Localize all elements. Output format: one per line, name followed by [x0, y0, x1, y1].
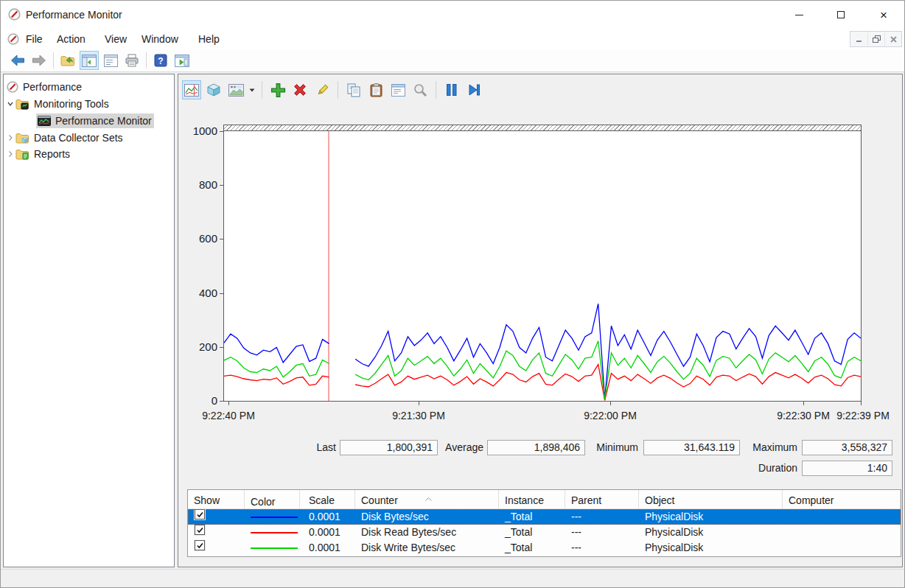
- menu-view[interactable]: View: [103, 29, 128, 49]
- forward-button[interactable]: [29, 51, 49, 70]
- menu-file[interactable]: File: [24, 29, 44, 49]
- tree-root-label: Performance: [23, 81, 82, 93]
- show-checkbox[interactable]: [195, 509, 205, 519]
- menu-window[interactable]: Window: [140, 29, 180, 49]
- sidebar-item-reports[interactable]: Reports: [5, 146, 70, 162]
- copy-properties-button[interactable]: [344, 80, 363, 99]
- new-window-button[interactable]: [172, 51, 192, 70]
- zoom-button[interactable]: [410, 80, 430, 99]
- console-tree-icon: [82, 55, 97, 67]
- sidebar-item-label: Performance Monitor: [55, 115, 152, 127]
- counter-row[interactable]: 0.0001Disk Read Bytes/sec_Total---Physic…: [188, 525, 901, 540]
- counter-color-swatch: [251, 517, 298, 518]
- column-header-instance[interactable]: Instance: [499, 490, 565, 509]
- sidebar-item-label: Reports: [34, 148, 70, 160]
- reports-folder-icon: [15, 148, 29, 160]
- view-current-activity-button[interactable]: [182, 80, 201, 99]
- help-button[interactable]: ?: [151, 51, 170, 70]
- column-header-object[interactable]: Object: [639, 490, 783, 509]
- graph-toolbar: [182, 78, 486, 102]
- mdi-close-button[interactable]: [884, 32, 901, 46]
- show-checkbox[interactable]: [195, 540, 205, 550]
- stat-maximum-value: 3,558,327: [802, 440, 892, 455]
- freeze-display-button[interactable]: [442, 80, 461, 99]
- x-tick-mark: [803, 402, 804, 405]
- chart-series-canvas: [224, 131, 861, 401]
- computer-cell: [783, 509, 901, 525]
- paste-clipboard-icon: [370, 83, 382, 97]
- counter-row[interactable]: 0.0001Disk Write Bytes/sec_Total---Physi…: [188, 540, 901, 556]
- menu-action[interactable]: Action: [55, 29, 87, 49]
- computer-cell: [783, 525, 901, 540]
- parent-cell: ---: [565, 525, 639, 540]
- chevron-expanded-icon[interactable]: [5, 100, 15, 108]
- perfmon-logo-icon: [7, 81, 18, 93]
- chevron-collapsed-icon[interactable]: [5, 150, 15, 158]
- close-icon: ×: [880, 9, 887, 21]
- column-header-computer[interactable]: Computer: [783, 490, 901, 509]
- graph-toolbar-separator: [262, 81, 262, 99]
- y-tick-mark: [220, 239, 223, 239]
- object-cell: PhysicalDisk: [639, 540, 783, 556]
- graph-type-dropdown-button[interactable]: [248, 80, 256, 99]
- export-list-button[interactable]: [58, 51, 77, 70]
- add-counters-button[interactable]: [268, 80, 287, 99]
- counter-color-swatch: [251, 532, 298, 533]
- properties-icon: [104, 55, 118, 67]
- counter-row[interactable]: 0.0001Disk Bytes/sec_Total---PhysicalDis…: [188, 509, 901, 525]
- counter-cell: Disk Bytes/sec: [355, 509, 499, 525]
- stat-maximum-label: Maximum: [730, 440, 797, 455]
- graph-type-icon: [228, 84, 244, 97]
- column-header-scale[interactable]: Scale: [300, 490, 355, 509]
- table-body: 0.0001Disk Bytes/sec_Total---PhysicalDis…: [188, 509, 901, 556]
- scale-cell: 0.0001: [300, 509, 355, 525]
- delete-counters-button[interactable]: [290, 80, 310, 99]
- sidebar-item-monitoring-tools[interactable]: Monitoring Tools: [5, 96, 109, 112]
- back-button[interactable]: [8, 51, 27, 70]
- x-tick-mark: [861, 402, 862, 405]
- performance-monitor-window: Performance Monitor × File Action View W…: [0, 0, 905, 588]
- stat-duration-value: 1:40: [802, 461, 892, 476]
- minimize-button[interactable]: [782, 1, 816, 29]
- copy-icon: [347, 83, 360, 97]
- column-header-show[interactable]: Show: [188, 490, 245, 509]
- show-hide-console-tree-button[interactable]: [80, 51, 99, 70]
- tree-root-performance[interactable]: Performance: [7, 79, 82, 95]
- chevron-collapsed-icon[interactable]: [5, 134, 15, 141]
- update-data-button[interactable]: [464, 80, 483, 99]
- y-tick-mark: [220, 131, 223, 132]
- stat-minimum-value: 31,643.119: [643, 440, 740, 455]
- color-cell: [245, 525, 300, 540]
- view-log-data-button[interactable]: [204, 80, 223, 99]
- print-button[interactable]: [122, 51, 141, 70]
- counter-cell: Disk Write Bytes/sec: [355, 540, 499, 556]
- status-bar: [1, 569, 904, 588]
- paste-counter-list-button[interactable]: [366, 80, 385, 99]
- close-button[interactable]: ×: [867, 1, 901, 29]
- mdi-restore-button[interactable]: [867, 32, 884, 46]
- sidebar-item-performance-monitor[interactable]: Performance Monitor: [36, 113, 154, 129]
- sidebar-item-data-collector-sets[interactable]: Data Collector Sets: [5, 130, 123, 146]
- graph-properties-button[interactable]: [388, 80, 408, 99]
- x-tick-label: 9:21:30 PM: [392, 410, 445, 421]
- show-checkbox[interactable]: [195, 525, 205, 535]
- counter-cell: Disk Read Bytes/sec: [355, 525, 499, 540]
- performance-monitor-icon: [38, 116, 51, 126]
- highlight-button[interactable]: [312, 80, 332, 99]
- parent-cell: ---: [565, 540, 639, 556]
- maximize-button[interactable]: [824, 1, 858, 29]
- scale-cell: 0.0001: [300, 525, 355, 540]
- perfmon-menu-icon: [7, 33, 19, 48]
- column-header-color[interactable]: Color: [245, 490, 300, 509]
- column-header-parent[interactable]: Parent: [565, 490, 639, 509]
- mdi-minimize-button[interactable]: [850, 32, 867, 46]
- menu-help[interactable]: Help: [197, 29, 221, 49]
- export-folder-icon: [60, 54, 76, 67]
- change-graph-type-button[interactable]: [226, 80, 245, 99]
- window-title: Performance Monitor: [26, 1, 122, 29]
- properties-button[interactable]: [101, 51, 120, 70]
- stat-minimum-label: Minimum: [576, 440, 638, 455]
- step-forward-icon: [468, 83, 481, 97]
- delete-x-icon: [293, 83, 307, 97]
- new-window-icon: [175, 55, 189, 67]
